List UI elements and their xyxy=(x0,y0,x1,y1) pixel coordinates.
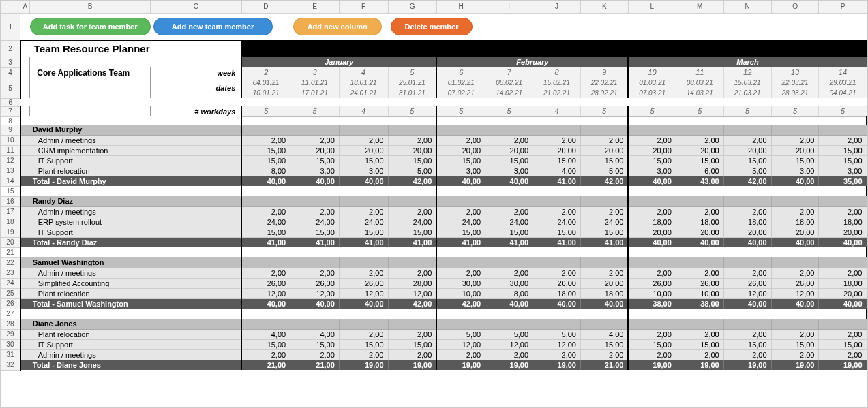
data-cell[interactable]: 2,00 xyxy=(580,135,628,145)
data-cell[interactable]: 15,00 xyxy=(388,339,436,349)
data-cell[interactable]: 18,00 xyxy=(771,217,819,227)
data-cell[interactable]: 24,00 xyxy=(388,217,436,227)
data-cell[interactable]: 2,00 xyxy=(290,349,340,360)
data-cell[interactable]: 43,00 xyxy=(676,176,723,186)
data-cell[interactable]: 21,00 xyxy=(241,360,290,370)
workdays-cell[interactable]: 4 xyxy=(339,106,388,116)
data-cell[interactable]: 2,00 xyxy=(339,329,388,339)
data-cell[interactable]: 18,00 xyxy=(819,217,867,227)
data-cell[interactable]: 2,00 xyxy=(628,135,676,145)
data-cell[interactable]: 15,00 xyxy=(628,155,676,166)
data-cell[interactable]: 41,00 xyxy=(241,237,290,247)
row-header[interactable]: 10 xyxy=(1,135,20,145)
workdays-cell[interactable]: 4 xyxy=(533,106,581,116)
data-cell[interactable]: 40,00 xyxy=(771,298,819,309)
col-header[interactable]: J xyxy=(533,1,581,13)
col-header[interactable]: L xyxy=(628,1,676,13)
data-cell[interactable]: 18,00 xyxy=(533,288,581,298)
week-number[interactable]: 5 xyxy=(388,67,436,78)
data-cell[interactable]: 20,00 xyxy=(628,145,676,155)
data-cell[interactable]: 15,00 xyxy=(580,227,628,237)
row-header[interactable]: 26 xyxy=(1,298,20,309)
date-end[interactable]: 17.01.21 xyxy=(290,88,340,98)
week-number[interactable]: 10 xyxy=(628,67,676,78)
date-start[interactable]: 25.01.21 xyxy=(388,78,436,88)
row-header[interactable]: 21 xyxy=(1,247,20,257)
data-cell[interactable]: 24,00 xyxy=(436,217,485,227)
data-cell[interactable]: 26,00 xyxy=(339,278,388,288)
data-cell[interactable]: 20,00 xyxy=(533,278,581,288)
row-header[interactable]: 7 xyxy=(1,106,20,116)
data-cell[interactable]: 40,00 xyxy=(290,298,340,309)
data-cell[interactable]: 2,00 xyxy=(580,349,628,360)
data-cell[interactable]: 12,00 xyxy=(485,339,533,349)
date-end[interactable]: 07.02.21 xyxy=(436,88,485,98)
data-cell[interactable]: 30,00 xyxy=(436,278,485,288)
row-header[interactable]: 23 xyxy=(1,268,20,278)
data-cell[interactable]: 20,00 xyxy=(580,145,628,155)
week-number[interactable]: 7 xyxy=(485,67,533,78)
col-header[interactable]: N xyxy=(723,1,771,13)
data-cell[interactable]: 18,00 xyxy=(819,278,867,288)
col-header[interactable]: K xyxy=(580,1,628,13)
data-cell[interactable]: 8,00 xyxy=(485,288,533,298)
data-cell[interactable]: 30,00 xyxy=(485,278,533,288)
date-start[interactable]: 15.03.21 xyxy=(723,78,771,88)
date-start[interactable]: 11.01.21 xyxy=(290,78,340,88)
data-cell[interactable]: 2,00 xyxy=(533,349,581,360)
data-cell[interactable]: 40,00 xyxy=(241,176,290,186)
row-header[interactable]: 1 xyxy=(1,13,20,40)
data-cell[interactable]: 5,00 xyxy=(723,166,771,176)
data-cell[interactable]: 2,00 xyxy=(628,349,676,360)
workdays-cell[interactable]: 5 xyxy=(628,106,676,116)
workdays-cell[interactable]: 5 xyxy=(723,106,771,116)
data-cell[interactable]: 15,00 xyxy=(290,227,340,237)
row-header[interactable]: 16 xyxy=(1,196,20,206)
data-cell[interactable]: 41,00 xyxy=(533,237,581,247)
data-cell[interactable]: 15,00 xyxy=(241,227,290,237)
date-end[interactable]: 21.02.21 xyxy=(533,88,581,98)
data-cell[interactable]: 24,00 xyxy=(241,217,290,227)
data-cell[interactable]: 19,00 xyxy=(388,360,436,370)
spreadsheet-grid[interactable]: A B C D E F G H I J K L M N O P 1 Add ta… xyxy=(1,1,867,371)
date-start[interactable]: 08.03.21 xyxy=(676,78,723,88)
row-header[interactable]: 6 xyxy=(1,98,20,106)
data-cell[interactable]: 2,00 xyxy=(241,349,290,360)
data-cell[interactable]: 19,00 xyxy=(676,360,723,370)
add-column-button[interactable]: Add new column xyxy=(293,18,382,35)
data-cell[interactable]: 3,00 xyxy=(290,166,340,176)
week-number[interactable]: 9 xyxy=(580,67,628,78)
date-end[interactable]: 28.03.21 xyxy=(771,88,819,98)
data-cell[interactable]: 26,00 xyxy=(290,278,340,288)
data-cell[interactable]: 2,00 xyxy=(339,135,388,145)
date-start[interactable]: 01.02.21 xyxy=(436,78,485,88)
row-header[interactable]: 14 xyxy=(1,176,20,186)
data-cell[interactable]: 40,00 xyxy=(485,176,533,186)
workdays-cell[interactable]: 5 xyxy=(241,106,290,116)
data-cell[interactable]: 19,00 xyxy=(436,360,485,370)
data-cell[interactable]: 12,00 xyxy=(388,288,436,298)
data-cell[interactable]: 40,00 xyxy=(819,237,867,247)
data-cell[interactable]: 19,00 xyxy=(771,360,819,370)
date-end[interactable]: 04.04.21 xyxy=(819,88,867,98)
data-cell[interactable]: 42,00 xyxy=(723,176,771,186)
data-cell[interactable]: 15,00 xyxy=(771,339,819,349)
data-cell[interactable]: 41,00 xyxy=(290,237,340,247)
col-header[interactable]: F xyxy=(339,1,388,13)
data-cell[interactable]: 40,00 xyxy=(290,176,340,186)
workdays-cell[interactable]: 5 xyxy=(485,106,533,116)
data-cell[interactable]: 10,00 xyxy=(676,288,723,298)
data-cell[interactable]: 2,00 xyxy=(485,135,533,145)
data-cell[interactable]: 4,00 xyxy=(241,329,290,339)
data-cell[interactable]: 38,00 xyxy=(628,298,676,309)
data-cell[interactable]: 26,00 xyxy=(241,278,290,288)
week-number[interactable]: 6 xyxy=(436,67,485,78)
data-cell[interactable]: 2,00 xyxy=(533,135,581,145)
data-cell[interactable]: 2,00 xyxy=(339,268,388,278)
data-cell[interactable]: 3,00 xyxy=(339,166,388,176)
data-cell[interactable]: 3,00 xyxy=(485,166,533,176)
data-cell[interactable]: 24,00 xyxy=(580,217,628,227)
data-cell[interactable]: 2,00 xyxy=(771,135,819,145)
data-cell[interactable]: 2,00 xyxy=(339,349,388,360)
data-cell[interactable]: 4,00 xyxy=(290,329,340,339)
